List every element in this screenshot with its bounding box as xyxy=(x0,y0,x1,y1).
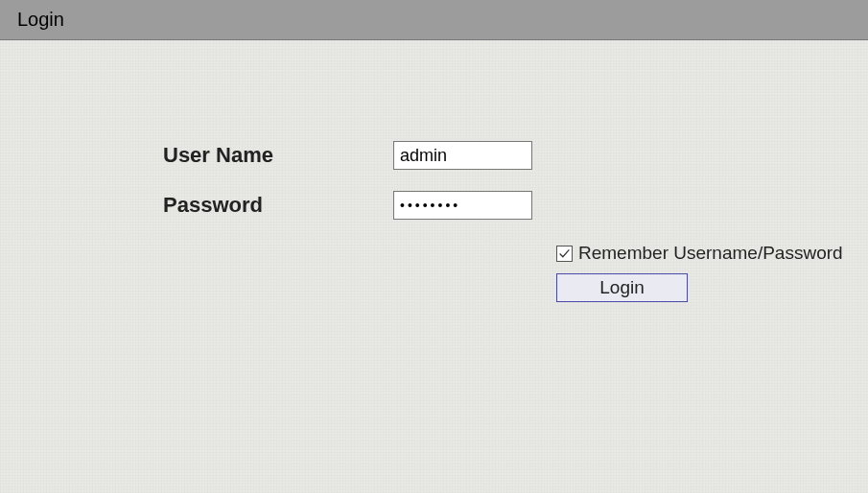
remember-row: Remember Username/Password xyxy=(556,243,868,264)
remember-label: Remember Username/Password xyxy=(578,243,843,264)
header-bar: Login xyxy=(0,0,868,40)
password-row: Password xyxy=(163,191,868,220)
page-title: Login xyxy=(17,9,64,31)
username-label: User Name xyxy=(163,143,393,168)
password-label: Password xyxy=(163,193,393,218)
checkmark-icon xyxy=(558,247,571,260)
login-form: User Name Password Remember Username/Pas… xyxy=(0,40,868,302)
username-input[interactable] xyxy=(393,141,532,170)
username-row: User Name xyxy=(163,141,868,170)
password-input[interactable] xyxy=(393,191,532,220)
button-row: Login xyxy=(556,273,868,302)
remember-checkbox[interactable] xyxy=(556,246,573,262)
login-button[interactable]: Login xyxy=(556,273,688,302)
